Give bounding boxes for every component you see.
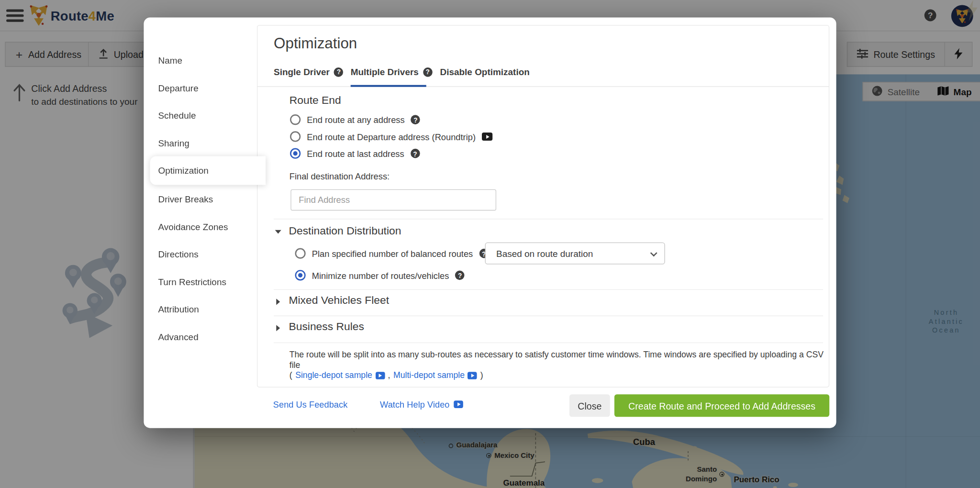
radio-circle[interactable] — [290, 114, 301, 125]
tab-disable-optimization[interactable]: Disable Optimization — [440, 67, 530, 77]
radio-circle[interactable] — [290, 131, 301, 142]
app-root: Route4Me ? + Add Address — [0, 0, 980, 488]
active-tab-underline — [351, 85, 426, 87]
destination-distribution-heading[interactable]: Destination Distribution — [289, 224, 401, 237]
help-icon[interactable]: ? — [423, 67, 433, 77]
close-button[interactable]: Close — [569, 394, 610, 417]
help-icon[interactable]: ? — [455, 271, 465, 280]
radio-end-last-address[interactable]: End route at last address ? — [290, 148, 420, 159]
business-rules-heading[interactable]: Business Rules — [289, 320, 364, 333]
radio-circle[interactable] — [295, 270, 305, 280]
route-settings-modal: Name Departure Schedule Sharing Optimiza… — [144, 18, 836, 428]
send-feedback-link[interactable]: Send Us Feedback — [273, 399, 348, 410]
radio-end-any-address[interactable]: End route at any address ? — [290, 114, 420, 125]
split-routes-note: The route will be split into as many sub… — [290, 350, 824, 370]
video-icon[interactable] — [482, 133, 492, 141]
sidebar-item-directions[interactable]: Directions — [144, 241, 256, 268]
help-icon[interactable]: ? — [334, 67, 344, 77]
single-depot-sample-link[interactable]: Single-depot sample — [295, 371, 372, 380]
chevron-down-icon — [650, 250, 657, 257]
radio-end-roundtrip[interactable]: End route at Departure address (Roundtri… — [290, 131, 492, 142]
radio-circle[interactable] — [290, 148, 301, 159]
final-destination-label: Final destination Address: — [290, 171, 390, 181]
sidebar-item-advanced[interactable]: Advanced — [144, 323, 256, 350]
optimization-tabs: Single Driver ? Multiple Drivers ? Disab… — [257, 62, 829, 87]
video-icon[interactable] — [375, 371, 385, 379]
create-route-button[interactable]: Create Route and Proceed to Add Addresse… — [614, 394, 829, 417]
sidebar-item-avoidance-zones[interactable]: Avoidance Zones — [144, 213, 256, 240]
sidebar-item-attribution[interactable]: Attribution — [144, 296, 256, 323]
sidebar-item-driver-breaks[interactable]: Driver Breaks — [144, 186, 256, 213]
sidebar-item-schedule[interactable]: Schedule — [144, 102, 256, 129]
sample-links-row: ( Single-depot sample , Multi-depot samp… — [290, 371, 483, 380]
final-destination-input[interactable] — [290, 189, 496, 211]
collapse-triangle-icon[interactable] — [275, 230, 281, 234]
balance-mode-select[interactable]: Based on route duration — [485, 243, 665, 265]
sidebar-item-name[interactable]: Name — [144, 47, 256, 74]
help-icon[interactable]: ? — [411, 149, 420, 158]
video-icon[interactable] — [468, 371, 478, 379]
mixed-vehicles-fleet-heading[interactable]: Mixed Vehicles Fleet — [289, 294, 389, 307]
sidebar-item-sharing[interactable]: Sharing — [144, 129, 256, 156]
sidebar-item-departure[interactable]: Departure — [144, 74, 256, 101]
tab-multiple-drivers[interactable]: Multiple Drivers ? — [351, 67, 433, 77]
panel-title: Optimization — [274, 34, 357, 52]
watch-help-video-link[interactable]: Watch Help Video — [380, 399, 463, 410]
sidebar-item-optimization[interactable]: Optimization — [150, 156, 266, 185]
expand-triangle-icon[interactable] — [276, 325, 280, 331]
multi-depot-sample-link[interactable]: Multi-depot sample — [393, 371, 465, 380]
optimization-panel: Optimization Single Driver ? Multiple Dr… — [257, 25, 829, 388]
help-icon[interactable]: ? — [411, 115, 421, 124]
expand-triangle-icon[interactable] — [276, 299, 280, 305]
radio-circle[interactable] — [295, 248, 305, 259]
route-end-heading: Route End — [290, 94, 341, 107]
radio-minimize-routes[interactable]: Minimize number of routes/vehicles ? — [295, 270, 465, 280]
sidebar-item-turn-restrictions[interactable]: Turn Restrictions — [144, 268, 256, 295]
radio-balanced-routes[interactable]: Plan specified number of balanced routes… — [295, 248, 488, 259]
video-icon — [454, 400, 464, 408]
tab-single-driver[interactable]: Single Driver ? — [274, 67, 344, 77]
